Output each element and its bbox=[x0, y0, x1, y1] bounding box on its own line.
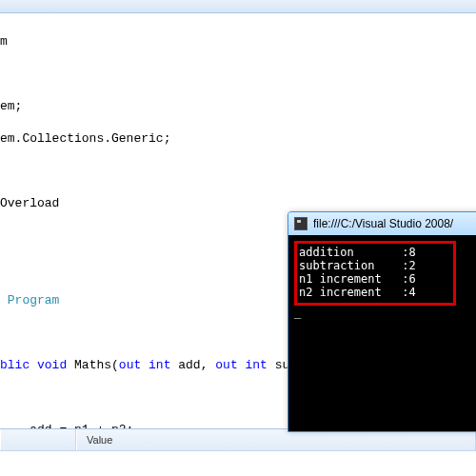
watch-panel: Value bbox=[0, 428, 476, 476]
code-text: em; bbox=[0, 99, 22, 113]
console-line: addition :8 bbox=[299, 246, 416, 259]
code-text: Overload bbox=[0, 196, 59, 210]
col-label: Value bbox=[87, 434, 112, 446]
watch-header: Value bbox=[0, 429, 476, 450]
code-text: em.Collections.Generic; bbox=[0, 131, 170, 146]
watch-col-value[interactable]: Value bbox=[76, 429, 476, 450]
console-window[interactable]: file:///C:/Visual Studio 2008/ addition … bbox=[288, 211, 476, 432]
console-title-text: file:///C:/Visual Studio 2008/ bbox=[313, 217, 453, 230]
console-icon bbox=[294, 217, 307, 230]
console-line: subtraction :2 bbox=[299, 259, 416, 272]
code-text bbox=[0, 293, 8, 307]
highlight-box: addition :8 subtraction :2 n1 increment … bbox=[294, 241, 456, 306]
code-keyword: int bbox=[141, 358, 170, 372]
console-output: addition :8 subtraction :2 n1 increment … bbox=[288, 235, 476, 431]
console-line: n1 increment :6 bbox=[299, 272, 416, 286]
code-type: Program bbox=[8, 293, 60, 307]
code-text: Maths( bbox=[67, 358, 119, 372]
code-keyword: int bbox=[238, 358, 268, 372]
code-keyword: out bbox=[119, 358, 141, 372]
code-text: m bbox=[0, 34, 8, 49]
toolbar-strip bbox=[0, 0, 476, 13]
code-keyword: void bbox=[30, 358, 67, 372]
console-titlebar[interactable]: file:///C:/Visual Studio 2008/ bbox=[288, 212, 476, 235]
code-text: add, bbox=[170, 358, 215, 372]
code-keyword: out bbox=[215, 358, 237, 372]
code-keyword: blic bbox=[0, 358, 30, 372]
watch-col-name[interactable] bbox=[0, 429, 76, 450]
watch-body[interactable] bbox=[0, 450, 476, 476]
console-line: n2 increment :4 bbox=[299, 286, 416, 299]
console-cursor: _ bbox=[294, 306, 301, 319]
